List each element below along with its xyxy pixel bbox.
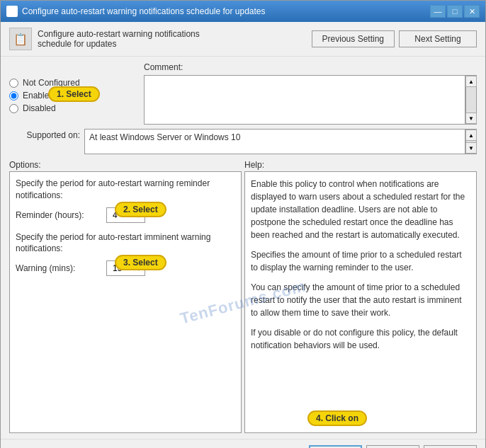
comment-scroll-track bbox=[466, 87, 476, 113]
section-headers: Options: Help: bbox=[9, 160, 477, 170]
cancel-button[interactable]: Cancel bbox=[366, 445, 419, 448]
options-column: Specify the period for auto-restart warn… bbox=[9, 171, 242, 433]
title-controls: — □ ✕ bbox=[430, 5, 480, 18]
reminder-row: Reminder (hours): 2 4 8 12 24 2. Select bbox=[16, 207, 235, 223]
maximize-button[interactable]: □ bbox=[447, 5, 463, 18]
policy-icon: 📋 bbox=[9, 28, 32, 50]
previous-setting-button[interactable]: Previous Setting bbox=[312, 30, 395, 47]
supported-scrollbar: ▲ ▼ bbox=[465, 129, 477, 154]
not-configured-option[interactable]: Not Configured bbox=[9, 78, 137, 88]
help-header: Help: bbox=[244, 160, 477, 170]
help-para-4: If you disable or do not configure this … bbox=[251, 326, 470, 352]
title-bar: ⚙ Configure auto-restart warning notific… bbox=[1, 1, 485, 22]
reminder-select[interactable]: 2 4 8 12 24 bbox=[106, 207, 145, 223]
reminder-label: Reminder (hours): bbox=[16, 210, 101, 220]
options-help-wrapper: Specify the period for auto-restart warn… bbox=[9, 171, 477, 433]
not-configured-label: Not Configured bbox=[23, 78, 80, 88]
supported-label: Supported on: bbox=[9, 129, 80, 140]
warning-label: Warning (mins): bbox=[16, 263, 101, 273]
ok-button[interactable]: OK bbox=[309, 445, 362, 448]
warning-row: Warning (mins): 15 30 60 3. Select bbox=[16, 260, 235, 276]
badge-1: 1. Select bbox=[48, 86, 100, 102]
help-column: TenForums.com Enable this policy to cont… bbox=[244, 171, 477, 433]
options-header: Options: bbox=[9, 160, 242, 170]
help-para-3: You can specify the amount of time prior… bbox=[251, 281, 470, 319]
title-bar-left: ⚙ Configure auto-restart warning notific… bbox=[6, 6, 266, 17]
main-content: Not Configured Enabled 1. Select Disable… bbox=[1, 57, 485, 439]
help-para-2: Specifies the amount of time prior to a … bbox=[251, 248, 470, 274]
header-title: Configure auto-restart warning notificat… bbox=[38, 29, 236, 49]
apply-button[interactable]: Apply bbox=[424, 445, 477, 448]
warning-select[interactable]: 15 30 60 bbox=[106, 260, 145, 276]
comment-scroll-up[interactable]: ▲ bbox=[465, 76, 477, 87]
header-bar: 📋 Configure auto-restart warning notific… bbox=[1, 22, 485, 57]
window-icon: ⚙ bbox=[6, 6, 18, 17]
enabled-radio[interactable] bbox=[9, 91, 18, 100]
supported-value: At least Windows Server or Windows 10 bbox=[89, 132, 240, 142]
window-title: Configure auto-restart warning notificat… bbox=[22, 6, 266, 16]
supported-scroll-up[interactable]: ▲ bbox=[465, 130, 477, 141]
dialog-window: ⚙ Configure auto-restart warning notific… bbox=[0, 0, 486, 448]
comment-textarea[interactable] bbox=[144, 75, 465, 125]
disabled-radio[interactable] bbox=[9, 104, 18, 113]
header-left: 📋 Configure auto-restart warning notific… bbox=[9, 28, 236, 50]
comment-scroll-down[interactable]: ▼ bbox=[465, 113, 477, 124]
supported-row: Supported on: At least Windows Server or… bbox=[9, 129, 477, 154]
next-setting-button[interactable]: Next Setting bbox=[399, 30, 477, 47]
reminder-text: Specify the period for auto-restart warn… bbox=[16, 178, 235, 202]
enabled-label: Enabled bbox=[23, 91, 54, 100]
options-help-row: Specify the period for auto-restart warn… bbox=[9, 171, 477, 433]
warning-text: Specify the period for auto-restart immi… bbox=[16, 231, 235, 255]
window-icon-glyph: ⚙ bbox=[9, 8, 16, 16]
comment-label: Comment: bbox=[144, 62, 477, 72]
header-buttons: Previous Setting Next Setting bbox=[312, 30, 477, 47]
supported-scroll-down[interactable]: ▼ bbox=[465, 142, 477, 154]
disabled-label: Disabled bbox=[23, 103, 56, 113]
radio-comment-row: Not Configured Enabled 1. Select Disable… bbox=[9, 62, 477, 125]
radio-group: Not Configured Enabled 1. Select Disable… bbox=[9, 62, 137, 125]
minimize-button[interactable]: — bbox=[430, 5, 446, 18]
comment-section: Comment: ▲ ▼ bbox=[144, 62, 477, 125]
help-para-1: Enable this policy to control when notif… bbox=[251, 178, 470, 241]
enabled-option[interactable]: Enabled 1. Select bbox=[9, 91, 137, 100]
disabled-option[interactable]: Disabled bbox=[9, 103, 137, 113]
close-button[interactable]: ✕ bbox=[464, 5, 480, 18]
bottom-bar: OK Cancel Apply bbox=[1, 439, 485, 448]
supported-value-box: At least Windows Server or Windows 10 bbox=[84, 129, 465, 154]
comment-scrollbar: ▲ ▼ bbox=[465, 75, 477, 125]
not-configured-radio[interactable] bbox=[9, 79, 18, 88]
